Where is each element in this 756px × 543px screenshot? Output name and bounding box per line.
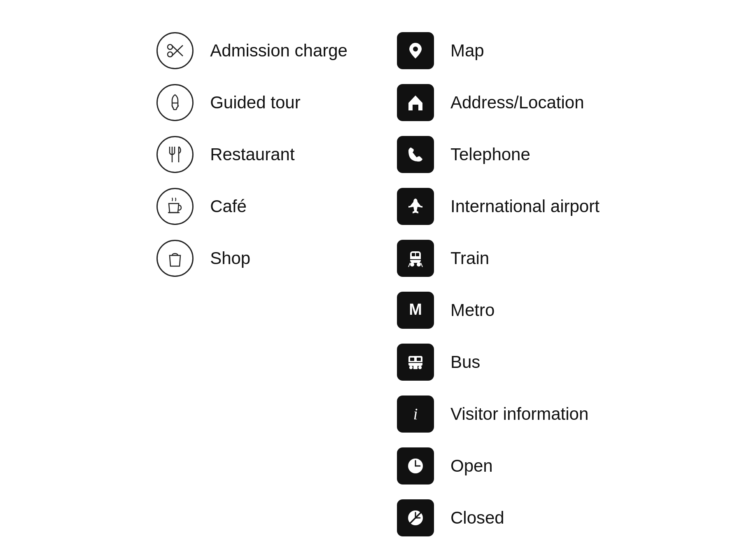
guided-tour-icon [156, 84, 194, 121]
list-item: Café [156, 180, 348, 232]
closed-label: Closed [450, 508, 504, 528]
closed-icon [397, 499, 434, 536]
address-icon [397, 84, 434, 121]
shop-label: Shop [210, 248, 250, 268]
visitor-info-label: Visitor information [450, 404, 588, 424]
legend-container: Admission charge Guided tour [124, 0, 632, 543]
bus-label: Bus [450, 352, 480, 372]
svg-rect-27 [413, 366, 418, 369]
airport-label: International airport [450, 197, 600, 216]
airport-icon [397, 188, 434, 225]
map-icon [397, 32, 434, 69]
svg-rect-11 [413, 105, 418, 110]
admission-charge-icon [156, 32, 194, 69]
svg-point-10 [413, 47, 418, 51]
list-item: Address/Location [397, 77, 600, 129]
list-item: i Visitor information [397, 388, 600, 440]
svg-text:i: i [413, 405, 418, 423]
admission-charge-label: Admission charge [210, 41, 348, 61]
restaurant-label: Restaurant [210, 145, 294, 164]
list-item: Guided tour [156, 77, 348, 129]
list-item: Open [397, 440, 600, 492]
left-column: Admission charge Guided tour [156, 25, 348, 284]
guided-tour-label: Guided tour [210, 93, 300, 112]
telephone-label: Telephone [450, 145, 530, 164]
svg-rect-14 [416, 253, 419, 256]
svg-point-26 [418, 366, 422, 369]
address-label: Address/Location [450, 93, 584, 112]
list-item: Telephone [397, 129, 600, 180]
svg-line-19 [421, 263, 422, 267]
right-column: Map Address/Location Telephone [397, 25, 600, 543]
open-icon [397, 447, 434, 484]
list-item: Admission charge [156, 25, 348, 77]
list-item: Map [397, 25, 600, 77]
restaurant-icon [156, 136, 194, 173]
list-item: Bus [397, 336, 600, 388]
list-item: M Metro [397, 284, 600, 336]
bus-icon [397, 344, 434, 381]
shop-icon [156, 240, 194, 277]
metro-label: Metro [450, 300, 495, 320]
cafe-label: Café [210, 197, 247, 216]
svg-rect-23 [417, 358, 421, 361]
list-item: Train [397, 232, 600, 284]
train-label: Train [450, 248, 489, 268]
svg-line-18 [408, 263, 410, 267]
svg-text:M: M [409, 301, 422, 318]
list-item: Restaurant [156, 129, 348, 180]
map-label: Map [450, 41, 484, 61]
svg-point-25 [409, 366, 413, 369]
svg-rect-22 [410, 358, 414, 361]
metro-icon: M [397, 292, 434, 329]
open-label: Open [450, 456, 493, 476]
list-item: International airport [397, 180, 600, 232]
svg-rect-13 [412, 253, 415, 256]
cafe-icon [156, 188, 194, 225]
visitor-info-icon: i [397, 396, 434, 433]
list-item: Shop [156, 232, 348, 284]
svg-rect-12 [410, 251, 421, 263]
telephone-icon [397, 136, 434, 173]
svg-point-16 [410, 262, 414, 267]
list-item: Closed [397, 492, 600, 543]
train-icon [397, 240, 434, 277]
svg-point-17 [417, 262, 421, 267]
